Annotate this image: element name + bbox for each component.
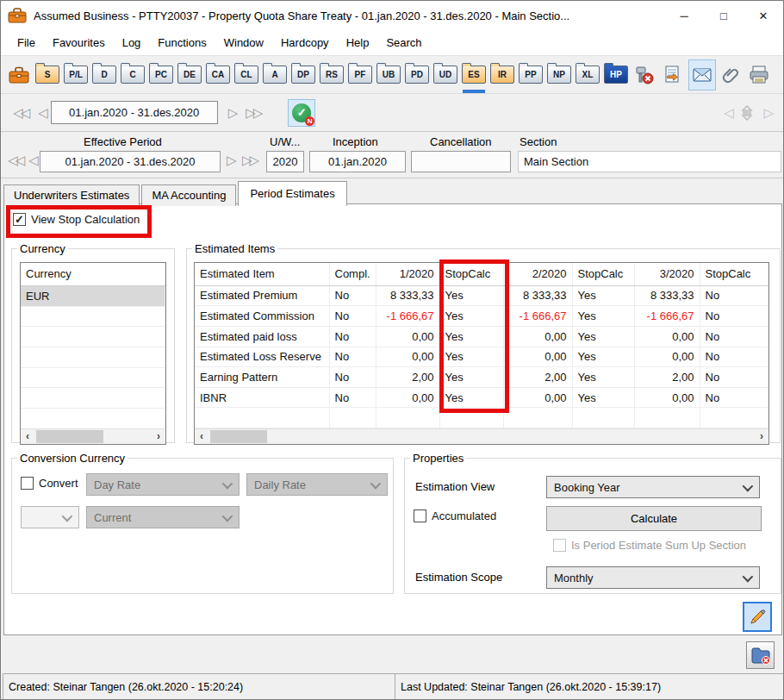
record-next-button[interactable]: ▷ [227,153,234,168]
currency-horizontal-scrollbar[interactable]: ‹ › [21,428,165,444]
col-estimated-item: Estimated Item [195,263,329,285]
currency-group: Currency Currency EUR ‹ › [11,242,175,443]
toolbar-button-pd[interactable]: PD [404,60,430,90]
row-estimated-commission[interactable]: Estimated CommissionNo -1 666,67Yes -1 6… [195,306,768,327]
uw-year-field[interactable]: 2020 [266,151,304,172]
col-2-2020: 2/2020 [503,263,572,285]
estimation-scope-select[interactable]: Monthly [546,566,760,589]
toolbar-button-ir[interactable]: IR [489,60,515,90]
menu-favourites[interactable]: Favourites [45,33,113,53]
toolbar-button-cl[interactable]: CL [233,60,259,90]
record-prev-button[interactable]: ◁ [28,153,36,168]
toolbar-export-list-button[interactable] [660,60,686,90]
toolbar-attachment-button[interactable] [719,60,744,90]
scroll-right-arrow-icon[interactable]: › [152,430,165,443]
cancellation-header: Cancellation [430,135,492,148]
record-first-button[interactable]: ◁◁ [8,153,22,168]
menu-help[interactable]: Help [339,33,377,53]
toolbar-log-stop-button[interactable] [632,60,657,90]
row-estimated-loss-reserve[interactable]: Estimated Loss ReserveNo 0,00Yes 0,00Yes… [195,347,768,367]
toolbar-button-d[interactable]: D [91,60,117,90]
toolbar-button-ca[interactable]: CA [205,60,231,90]
row-estimated-paid-loss[interactable]: Estimated paid lossNo 0,00Yes 0,00Yes 0,… [195,326,768,347]
toolbar-mail-button-selected[interactable] [688,59,716,91]
cancellation-field[interactable] [411,151,511,172]
menu-file[interactable]: File [9,33,43,53]
toolbar-briefcase-button[interactable] [6,60,32,90]
is-period-estimate-sum-up-checkbox [553,539,566,552]
scroll-left-arrow-icon[interactable]: ‹ [195,430,208,443]
estimated-items-horizontal-scrollbar[interactable]: ‹ › [195,428,768,444]
period-last-button[interactable]: ▷▷ [240,105,265,121]
row-earning-pattern[interactable]: Earning PatternNo 2,00Yes 2,00Yes 2,00No [195,367,768,388]
calculate-button[interactable]: Calculate [546,506,762,531]
toolbar-button-xl[interactable]: XL [575,60,600,90]
toolbar-print-button[interactable] [747,60,773,90]
attachment-icon [721,65,742,85]
menu-window[interactable]: Window [216,33,271,53]
properties-group-label: Properties [410,452,466,465]
folder-pc-icon: PC [149,66,173,84]
uw-year-header: U/W... [270,135,300,148]
estimated-items-grid: Estimated Item Compl. 1/2020 StopCalc 2/… [194,262,769,445]
scroll-left-disabled-button: ◁ [719,105,737,121]
effective-period-field[interactable]: 01.jan.2020 - 31.des.2020 [40,151,221,172]
folder-hp-icon: HP [604,66,628,84]
scroll-left-arrow-icon[interactable]: ‹ [21,430,34,443]
currency-list: Currency EUR ‹ › [20,262,166,445]
currency-row-selected[interactable]: EUR [21,285,165,306]
toolbar-button-c[interactable]: C [120,60,146,90]
record-last-button[interactable]: ▷▷ [242,153,257,168]
maximize-button[interactable]: □ [704,1,744,30]
period-next-button[interactable]: ▷ [223,105,241,121]
tab-period-estimates-active[interactable]: Period Estimates [238,181,346,206]
minimize-button[interactable]: ─ [664,1,704,30]
col-3-2020: 3/2020 [634,263,700,285]
edit-button[interactable] [743,602,772,632]
toolbar-button-ud[interactable]: UD [432,60,458,90]
convert-checkbox[interactable] [21,477,34,490]
currency-empty-row [21,409,165,428]
tab-ma-accounting[interactable]: MA Accounting [141,184,236,206]
scroll-right-arrow-icon[interactable]: › [755,430,768,443]
menu-search[interactable]: Search [378,33,429,53]
folder-a-icon: A [263,66,287,84]
toolbar-button-pl[interactable]: P/L [63,60,89,90]
toolbar-button-hp[interactable]: HP [603,60,629,90]
menu-hardcopy[interactable]: Hardcopy [273,33,337,53]
toolbar-button-pf[interactable]: PF [347,60,373,90]
row-estimated-premium[interactable]: Estimated PremiumNo 8 333,33Yes 8 333,33… [195,285,768,306]
toolbar-button-dp[interactable]: DP [290,60,316,90]
scrollbar-thumb[interactable] [36,430,103,443]
inception-field[interactable]: 01.jan.2020 [309,151,406,172]
toolbar-button-a[interactable]: A [262,60,288,90]
row-ibnr[interactable]: IBNRNo 0,00Yes 0,00Yes 0,00No [195,387,768,408]
scrollbar-thumb[interactable] [210,430,267,443]
confirm-period-button[interactable]: ✓ N [288,99,315,127]
tab-underwriters-estimates[interactable]: Underwriters Estimates [3,184,140,206]
status-bar: Created: Steinar Tangen (26.okt.2020 - 1… [1,672,783,700]
toolbar-button-pc[interactable]: PC [148,60,174,90]
toolbar-button-np[interactable]: NP [546,60,572,90]
period-first-button[interactable]: ◁◁ [8,105,33,121]
menu-functions[interactable]: Functions [150,33,214,53]
sort-updown-icon [737,103,756,122]
toolbar-button-es-active[interactable]: ES [461,60,487,90]
accumulated-checkbox[interactable] [414,509,426,522]
created-status: Created: Steinar Tangen (26.okt.2020 - 1… [3,673,399,700]
toolbar-button-pp[interactable]: PP [518,60,544,90]
toolbar-button-ub[interactable]: UB [376,60,401,90]
toolbar-button-rs[interactable]: RS [319,60,345,90]
estimation-view-select[interactable]: Booking Year [546,476,760,498]
toolbar-button-de[interactable]: DE [177,60,202,90]
properties-group: Properties Estimation View Booking Year … [404,452,781,594]
menu-log[interactable]: Log [115,33,149,53]
delete-section-button[interactable] [746,641,775,669]
period-range-field[interactable]: 01.jan.2020 - 31.des.2020 [51,101,218,124]
section-field[interactable]: Main Section [518,151,781,172]
conversion-currency-group: Conversion Currency Convert Day Rate Dai… [11,452,394,594]
close-button[interactable]: ✕ [744,1,783,30]
toolbar-button-s[interactable]: S [34,60,60,90]
view-stop-calculation-checkbox[interactable]: ✓ [13,213,26,226]
period-prev-button[interactable]: ◁ [33,105,51,121]
